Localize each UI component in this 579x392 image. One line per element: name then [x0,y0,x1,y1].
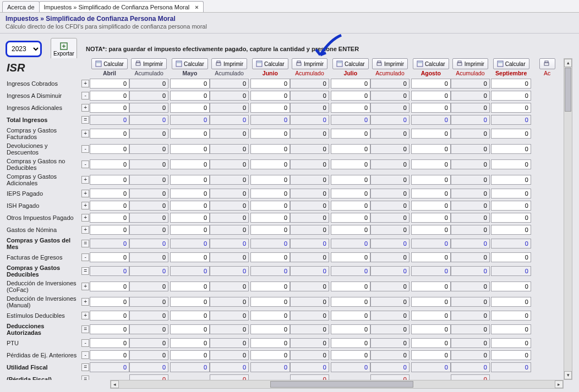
cell[interactable]: 0 [370,338,409,348]
cell[interactable]: 0 [370,91,409,101]
cell[interactable]: 0 [491,297,531,307]
calcular-button-0[interactable]: Calcular [91,58,128,69]
cell[interactable]: 0 [129,311,168,321]
cell[interactable]: 0 [331,175,370,185]
cell[interactable]: 0 [210,201,249,211]
cell[interactable]: 0 [331,297,370,307]
cell[interactable]: 0 [331,350,370,360]
cell[interactable]: 0 [370,350,409,360]
cell[interactable]: 0 [451,324,490,334]
year-select[interactable]: 2023 [6,41,42,57]
cell[interactable]: 0 [331,252,370,262]
imprimir-button-3[interactable]: Imprimir [372,58,408,69]
cell[interactable]: 0 [491,311,531,321]
cell[interactable]: 0 [90,324,129,334]
cell[interactable]: 0 [170,362,210,372]
cell[interactable]: 0 [491,266,531,276]
cell[interactable]: 0 [331,79,370,89]
cell[interactable]: 0 [451,252,490,262]
cell[interactable]: 0 [290,239,329,249]
cell[interactable]: 0 [129,239,168,249]
cell[interactable]: 0 [491,91,531,101]
cell[interactable]: 0 [250,252,290,262]
cell[interactable]: 0 [290,266,329,276]
cell[interactable]: 0 [250,129,290,139]
cell[interactable]: 0 [331,129,370,139]
cell[interactable]: 0 [331,103,370,113]
cell[interactable]: 0 [331,115,370,125]
cell[interactable]: 0 [411,252,451,262]
cell[interactable]: 0 [129,324,168,334]
cell[interactable]: 0 [129,362,168,372]
cell[interactable]: 0 [451,159,490,169]
cell[interactable]: 0 [331,266,370,276]
cell[interactable]: 0 [411,103,451,113]
cell[interactable]: 0 [210,144,249,154]
cell[interactable]: 0 [250,103,290,113]
cell[interactable]: 0 [451,175,490,185]
cell[interactable]: 0 [290,281,329,291]
cell[interactable]: 0 [370,159,409,169]
cell[interactable]: 0 [370,324,409,334]
cell[interactable]: 0 [331,239,370,249]
cell[interactable]: 0 [129,91,168,101]
cell[interactable]: 0 [491,144,531,154]
cell[interactable]: 0 [491,201,531,211]
cell[interactable]: 0 [90,213,129,223]
cell[interactable]: 0 [370,225,409,235]
cell[interactable]: 0 [210,213,249,223]
cell[interactable]: 0 [370,129,409,139]
cell[interactable]: 0 [451,144,490,154]
cell[interactable]: 0 [170,159,210,169]
cell[interactable]: 0 [170,350,210,360]
cell[interactable]: 0 [411,201,451,211]
cell[interactable]: 0 [210,79,249,89]
cell[interactable]: 0 [129,103,168,113]
cell[interactable]: 0 [370,362,409,372]
cell[interactable]: 0 [411,159,451,169]
cell[interactable]: 0 [90,338,129,348]
cell[interactable]: 0 [129,338,168,348]
cell[interactable]: 0 [290,79,329,89]
cell[interactable]: 0 [331,144,370,154]
cell[interactable]: 0 [210,252,249,262]
cell[interactable]: 0 [210,225,249,235]
cell[interactable]: 0 [370,144,409,154]
cell[interactable]: 0 [411,281,451,291]
tab-close-icon[interactable]: × [195,4,198,10]
cell[interactable]: 0 [129,252,168,262]
cell[interactable]: 0 [170,189,210,198]
cell[interactable]: 0 [451,338,490,348]
cell[interactable]: 0 [250,297,290,307]
cell[interactable]: 0 [411,175,451,185]
cell[interactable]: 0 [491,252,531,262]
cell[interactable]: 0 [411,338,451,348]
cell[interactable]: 0 [129,201,168,211]
vertical-scrollbar[interactable]: ▴ ▾ [564,58,572,380]
cell[interactable]: 0 [451,281,490,291]
cell[interactable]: 0 [90,239,129,249]
cell[interactable]: 0 [210,297,249,307]
cell[interactable]: 0 [90,297,129,307]
cell[interactable]: 0 [90,362,129,372]
cell[interactable]: 0 [331,362,370,372]
scroll-down-button[interactable]: ▾ [564,371,572,379]
cell[interactable]: 0 [129,115,168,125]
cell[interactable]: 0 [491,239,531,249]
cell[interactable]: 0 [290,252,329,262]
imprimir-button-4[interactable]: Imprimir [452,58,488,69]
cell[interactable]: 0 [210,338,249,348]
cell[interactable]: 0 [210,311,249,321]
cell[interactable]: 0 [90,350,129,360]
cell[interactable]: 0 [129,159,168,169]
scroll-up-button[interactable]: ▴ [564,59,572,67]
cell[interactable]: 0 [331,201,370,211]
cell[interactable]: 0 [210,350,249,360]
cell[interactable]: 0 [170,252,210,262]
cell[interactable]: 0 [491,189,531,198]
cell[interactable]: 0 [491,338,531,348]
cell[interactable]: 0 [290,374,329,380]
cell[interactable]: 0 [451,103,490,113]
cell[interactable]: 0 [129,129,168,139]
cell[interactable]: 0 [210,362,249,372]
